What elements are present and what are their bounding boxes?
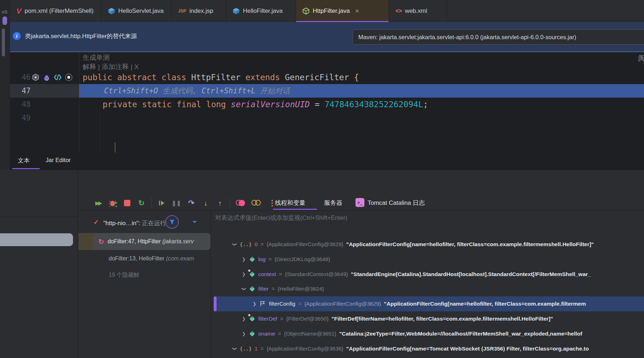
tab-server[interactable]: 服务器 bbox=[324, 199, 342, 207]
resume-button[interactable]: ▶▶ bbox=[94, 198, 103, 208]
value-string: "ApplicationFilterConfig[name=hellofilte… bbox=[384, 301, 586, 307]
java-class-icon bbox=[108, 7, 115, 15]
tab-httpfilter-active[interactable]: HttpFilter.java × bbox=[296, 0, 389, 22]
variable-row[interactable]: ❯ ✱ filterDef = {FilterDef@3650} "Filter… bbox=[211, 313, 644, 325]
chevron-down-icon[interactable]: ❯ bbox=[232, 347, 237, 351]
object-ref: {DirectJDKLog@3648} bbox=[275, 256, 330, 263]
editor-scrollbar-thumb[interactable] bbox=[2, 28, 5, 56]
code-text[interactable]: public abstract class HttpFilter extends… bbox=[83, 71, 359, 84]
shortcut-text: Ctrl+Shift+L bbox=[202, 87, 260, 95]
tab-jar-editor[interactable]: Jar Editor bbox=[46, 157, 71, 164]
tab-threads-variables[interactable]: 线程和变量 bbox=[275, 199, 305, 207]
thread-filter-button[interactable] bbox=[165, 215, 179, 229]
resume-to-cursor-button[interactable] bbox=[157, 198, 166, 208]
code-text[interactable]: private static final long serialVersionU… bbox=[103, 98, 428, 111]
chevron-right-icon[interactable]: ❯ bbox=[242, 331, 246, 336]
variable-row[interactable]: ❯ log = {DirectJDKLog@3648} bbox=[211, 253, 644, 265]
debugger-toolbar: ▶▶ ↻ ❚❚ ↷ ↓ ↑ ⋮ bbox=[94, 197, 276, 209]
variable-name: filterConfig bbox=[269, 301, 295, 307]
chevron-down-icon[interactable]: ❯ bbox=[232, 242, 237, 247]
code-line-47-highlighted[interactable]: 47 Ctrl+Shift+O 生成代码, Ctrl+Shift+L 开始对话 bbox=[10, 84, 644, 98]
chevron-right-icon[interactable]: ❯ bbox=[252, 301, 257, 306]
code-brackets-icon[interactable] bbox=[53, 73, 62, 82]
tab-web-xml[interactable]: <> web.xml bbox=[389, 0, 447, 22]
static-field-tag-icon: ✱ bbox=[249, 316, 255, 322]
tab-helloservlet[interactable]: HelloServlet.java bbox=[102, 0, 172, 22]
frames-list: ↻ doFilter:47, HttpFilter (jakarta.serv … bbox=[78, 232, 211, 318]
object-ref: {ApplicationFilterConfig@3629} bbox=[304, 301, 381, 307]
record-icon[interactable] bbox=[64, 73, 73, 82]
variable-row-selected[interactable]: ❯ filterConfig = {ApplicationFilterConfi… bbox=[211, 298, 644, 310]
field-tag-icon bbox=[249, 286, 255, 292]
xml-icon: <> bbox=[395, 7, 402, 15]
variable-name: 0 bbox=[255, 241, 258, 248]
chevron-right-icon[interactable]: ❯ bbox=[242, 257, 246, 262]
tab-label: HelloServlet.java bbox=[118, 7, 164, 15]
frame-method: doFilter:13, HelloFilter bbox=[109, 255, 166, 262]
stop-button[interactable] bbox=[123, 198, 131, 208]
step-into-button[interactable]: ↓ bbox=[201, 198, 210, 208]
object-ref: {HelloFilter@3624} bbox=[277, 286, 324, 292]
view-breakpoints-button[interactable] bbox=[236, 198, 246, 208]
tab-text-view[interactable]: 文本 bbox=[18, 157, 30, 165]
editor-notification-banner: i 类jakarta.servlet.http.HttpFilter的替代来源 … bbox=[10, 22, 644, 52]
selected-debug-tab-indicator bbox=[273, 209, 317, 210]
tab-hellofilter[interactable]: HelloFilter.java bbox=[226, 0, 296, 22]
keyword: public abstract class bbox=[83, 73, 191, 82]
hidden-frames-label[interactable]: 19 个隐藏帧 bbox=[109, 267, 139, 283]
tab-index-jsp[interactable]: JSP index.jsp bbox=[172, 0, 226, 22]
thread-selector[interactable]: "http-nio…in": 正在运行 bbox=[103, 219, 166, 227]
jsp-icon: JSP bbox=[178, 9, 186, 14]
hint-text: 生成代码, bbox=[162, 87, 201, 95]
semicolon: ; bbox=[423, 100, 428, 109]
hint-text: 开始对话 bbox=[260, 87, 290, 95]
array-braces-icon: {..} bbox=[240, 346, 252, 352]
code-line-46[interactable]: 46 public abstract class HttpFilter exte… bbox=[10, 71, 644, 84]
editor-view-tabs: 文本 Jar Editor bbox=[10, 153, 644, 170]
chevron-right-icon[interactable]: ❯ bbox=[242, 316, 246, 321]
variable-name: filterDef bbox=[258, 316, 277, 322]
close-icon[interactable]: × bbox=[355, 7, 359, 15]
frame-row-selected[interactable]: ↻ doFilter:47, HttpFilter (jakarta.serv bbox=[93, 233, 211, 250]
equals: = bbox=[298, 301, 301, 307]
step-over-button[interactable]: ↷ bbox=[187, 198, 196, 208]
thread-name: "http-nio…in": bbox=[103, 220, 142, 227]
tab-label: web.xml bbox=[405, 7, 427, 15]
value-string: "ApplicationFilterConfig[name=Tomcat Web… bbox=[346, 346, 589, 352]
code-line-49[interactable]: 49 bbox=[10, 111, 644, 125]
pause-button[interactable]: ❚❚ bbox=[172, 198, 181, 208]
rerun-button[interactable]: ↻ bbox=[137, 198, 146, 208]
step-out-button[interactable]: ↑ bbox=[215, 198, 224, 208]
code-line-48[interactable]: 48 private static final long serialVersi… bbox=[10, 98, 644, 111]
library-class-icon bbox=[302, 7, 310, 15]
chevron-right-icon[interactable]: ❯ bbox=[242, 272, 246, 277]
variable-row[interactable]: ❯ {..} 1 = {ApplicationFilterConfig@3636… bbox=[211, 343, 644, 355]
variable-row[interactable]: ❯ oname = {ObjectName@3651} "Catalina:j2… bbox=[211, 328, 644, 340]
tab-pom-xml[interactable]: V pom.xml (FilterMemShell) bbox=[10, 0, 102, 22]
frame-row[interactable]: doFilter:13, HelloFilter (com.exam bbox=[109, 250, 194, 267]
variable-row[interactable]: ❯ ✱ context = {StandardContext@3649} "St… bbox=[211, 268, 644, 280]
code-editor[interactable]: 生成单测 解释 | 添加注释 | X 46 public abstract cl… bbox=[10, 53, 644, 153]
object-ref: {FilterDef@3650} bbox=[286, 316, 328, 322]
mute-breakpoints-button[interactable] bbox=[251, 198, 262, 208]
text-caret bbox=[115, 142, 115, 152]
variable-row[interactable]: ❯ {..} 0 = {ApplicationFilterConfig@3629… bbox=[211, 238, 644, 250]
shortcut-text: Ctrl+Shift+O bbox=[104, 87, 162, 95]
gutter-icons bbox=[31, 73, 73, 82]
variable-row[interactable]: ❯ filter = {HelloFilter@3624} bbox=[211, 283, 644, 295]
thread-dropdown-chevron-icon[interactable]: ⌄ bbox=[192, 216, 198, 224]
object-ref: {ObjectName@3651} bbox=[284, 331, 336, 337]
terminal-icon: >_ bbox=[355, 198, 364, 207]
line-number: 49 bbox=[16, 111, 31, 125]
restart-debug-button[interactable] bbox=[109, 198, 117, 208]
number-literal: 7478463438252262094L bbox=[324, 100, 423, 109]
value-string: "Catalina:j2eeType=Filter,WebModule=//lo… bbox=[339, 331, 582, 337]
chevron-down-icon[interactable]: ❯ bbox=[242, 287, 246, 291]
alternative-source-selector[interactable]: Maven: jakarta.servlet:jakarta.servlet-a… bbox=[353, 30, 644, 45]
structure-hexagon-icon[interactable] bbox=[31, 73, 40, 82]
inlay-hint-generate-test[interactable]: 生成单测 bbox=[83, 53, 110, 62]
tab-tomcat-catalina-log[interactable]: Tomcat Catalina 日志 bbox=[368, 199, 425, 207]
ai-assistant-icon[interactable] bbox=[42, 73, 51, 82]
editor-tab-bar: V pom.xml (FilterMemShell) HelloServlet.… bbox=[0, 0, 644, 22]
variable-name: context bbox=[258, 271, 276, 277]
